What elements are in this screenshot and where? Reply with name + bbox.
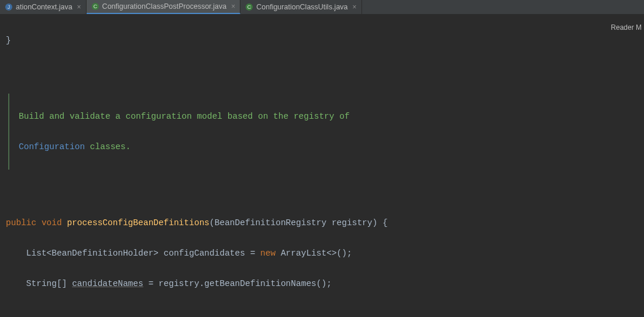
class-file-icon: C [245,3,253,11]
close-icon[interactable]: × [353,3,357,11]
java-file-icon: J [5,3,13,11]
javadoc-line: Build and validate a configuration model… [13,109,644,124]
code-line [0,185,644,200]
svg-text:C: C [247,4,252,10]
code-editor[interactable]: } Build and validate a configuration mod… [0,14,644,317]
svg-text:C: C [93,4,97,9]
javadoc-block: Build and validate a configuration model… [8,94,644,170]
code-line: public void processConfigBeanDefinitions… [0,215,644,230]
svg-text:J: J [8,4,11,10]
close-icon[interactable]: × [77,3,81,11]
tab-file-1[interactable]: J ationContext.java × [0,0,87,14]
tab-label: ationContext.java [16,3,73,11]
code-line: } [0,33,644,48]
javadoc-link[interactable]: Configuration [19,142,85,151]
close-icon[interactable]: × [231,2,235,11]
code-line [0,63,644,78]
code-line: String[] candidateNames = registry.getBe… [0,276,644,291]
class-file-icon: C [91,2,99,11]
editor-tabs: J ationContext.java × C ConfigurationCla… [0,0,644,14]
tab-label: ConfigurationClassPostProcessor.java [102,2,227,11]
tab-file-3[interactable]: C ConfigurationClassUtils.java × [240,0,361,14]
tab-file-2[interactable]: C ConfigurationClassPostProcessor.java × [87,0,241,14]
javadoc-line: Configuration classes. [13,139,644,154]
code-line: List<BeanDefinitionHolder> configCandida… [0,246,644,261]
code-line [0,306,644,317]
tab-label: ConfigurationClassUtils.java [256,3,347,11]
